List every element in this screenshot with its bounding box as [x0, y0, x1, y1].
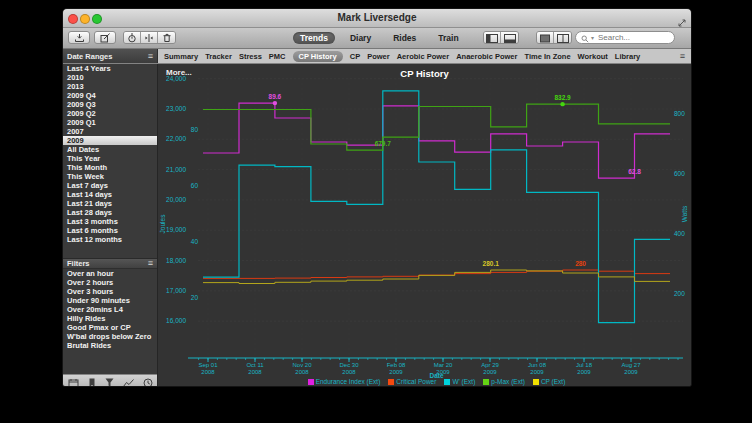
search-field[interactable]: ▾: [575, 31, 675, 44]
chart-icon[interactable]: [123, 374, 134, 387]
date-range-this-year[interactable]: This Year: [63, 154, 157, 163]
title-bar[interactable]: Mark Liversedge: [63, 9, 691, 28]
search-icon: [581, 29, 589, 47]
svg-text:22,000: 22,000: [166, 135, 186, 142]
legend-swatch: [308, 379, 314, 385]
calendar-icon[interactable]: [68, 374, 79, 387]
compose-button[interactable]: [94, 31, 116, 44]
tab-tracker[interactable]: Tracker: [205, 52, 232, 61]
nav-tab-rides[interactable]: Rides: [386, 32, 423, 44]
date-range-last-12-months[interactable]: Last 12 months: [63, 235, 157, 244]
svg-text:2008: 2008: [342, 369, 356, 375]
date-range-last-4-years[interactable]: Last 4 Years: [63, 64, 157, 73]
annotation-label: 679.7: [375, 140, 392, 147]
svg-text:Mar 20: Mar 20: [434, 362, 453, 368]
main-toolbar: TrendsDiaryRidesTrain ▾: [63, 28, 691, 49]
nav-tab-train[interactable]: Train: [431, 32, 465, 44]
date-range-last-6-months[interactable]: Last 6 months: [63, 226, 157, 235]
tab-stress[interactable]: Stress: [239, 52, 262, 61]
legend-swatch: [444, 379, 450, 385]
date-range-2009[interactable]: 2009: [63, 136, 157, 145]
date-range-2009-q3[interactable]: 2009 Q3: [63, 100, 157, 109]
filter-over-20mins-l4[interactable]: Over 20mins L4: [63, 305, 157, 314]
legend-item-endurance-index-ext: Endurance Index (Ext): [308, 378, 381, 385]
filters-menu-icon[interactable]: ≡: [148, 259, 153, 268]
dual-pane-toggle[interactable]: [554, 32, 571, 43]
bookmark-icon[interactable]: [88, 374, 96, 387]
legend-label: Endurance Index (Ext): [316, 378, 381, 385]
date-range-2009-q1[interactable]: 2009 Q1: [63, 118, 157, 127]
date-ranges-title: Date Ranges: [67, 52, 112, 61]
tab-workout[interactable]: Workout: [578, 52, 608, 61]
app-window: Mark Liversedge: [62, 8, 692, 387]
date-range-last-7-days[interactable]: Last 7 days: [63, 181, 157, 190]
tab-summary[interactable]: Summary: [164, 52, 198, 61]
tab-power[interactable]: Power: [367, 52, 390, 61]
more-link[interactable]: More...: [166, 68, 192, 77]
date-range-2009-q2[interactable]: 2009 Q2: [63, 109, 157, 118]
tool-group: [123, 31, 176, 44]
tab-cp[interactable]: CP: [350, 52, 360, 61]
download-button[interactable]: [68, 31, 90, 44]
legend-swatch: [388, 379, 394, 385]
clock-icon[interactable]: [143, 374, 153, 387]
date-range-2013[interactable]: 2013: [63, 82, 157, 91]
nav-tab-trends[interactable]: Trends: [293, 32, 335, 44]
filter-over-2-hours[interactable]: Over 2 hours: [63, 278, 157, 287]
svg-text:Jun 08: Jun 08: [528, 362, 547, 368]
filter-good-pmax-or-cp[interactable]: Good Pmax or CP: [63, 323, 157, 332]
date-range-2007[interactable]: 2007: [63, 127, 157, 136]
svg-text:23,000: 23,000: [166, 105, 186, 112]
svg-text:800: 800: [674, 110, 685, 117]
filter-brutal-rides[interactable]: Brutal Rides: [63, 341, 157, 350]
tab-cp-history[interactable]: CP History: [293, 51, 343, 62]
date-range-last-21-days[interactable]: Last 21 days: [63, 199, 157, 208]
svg-text:600: 600: [674, 170, 685, 177]
tab-anaerobic-power[interactable]: Anaerobic Power: [456, 52, 517, 61]
filter-over-an-hour[interactable]: Over an hour: [63, 269, 157, 278]
filter-hilly-rides[interactable]: Hilly Rides: [63, 314, 157, 323]
filter-w-bal-drops-below-zero[interactable]: W'bal drops below Zero: [63, 332, 157, 341]
filter-icon[interactable]: [105, 374, 114, 387]
legend-swatch: [533, 379, 539, 385]
sidebar-bottom-icon: [504, 31, 516, 44]
svg-text:17,000: 17,000: [166, 287, 186, 294]
date-range-last-28-days[interactable]: Last 28 days: [63, 208, 157, 217]
secondary-bar: Date Ranges ≡ SummaryTrackerStressPMCCP …: [63, 49, 691, 64]
search-input[interactable]: [596, 32, 669, 43]
sidebar-bottom-toggle[interactable]: [501, 32, 518, 43]
svg-text:60: 60: [191, 182, 199, 189]
single-pane-toggle[interactable]: [537, 32, 554, 43]
screen: Mark Liversedge: [0, 0, 752, 423]
chart-tabs-menu-icon[interactable]: ≡: [680, 51, 685, 61]
tab-aerobic-power[interactable]: Aerobic Power: [397, 52, 450, 61]
svg-text:18,000: 18,000: [166, 257, 186, 264]
sidebar-toggles: [483, 31, 519, 44]
date-range-this-week[interactable]: This Week: [63, 172, 157, 181]
legend-label: CP (Ext): [541, 378, 565, 385]
nav-tab-diary[interactable]: Diary: [343, 32, 378, 44]
series-w-ext: [203, 91, 670, 323]
date-range-last-14-days[interactable]: Last 14 days: [63, 190, 157, 199]
date-ranges-menu-icon[interactable]: ≡: [148, 52, 153, 61]
svg-text:2009: 2009: [530, 369, 544, 375]
tab-pmc[interactable]: PMC: [269, 52, 286, 61]
date-range-2009-q4[interactable]: 2009 Q4: [63, 91, 157, 100]
split-view-button[interactable]: [141, 32, 158, 43]
tab-library[interactable]: Library: [615, 52, 640, 61]
annotation-label: 89.6: [269, 93, 282, 100]
sidebar-left-toggle[interactable]: [484, 32, 501, 43]
date-range-last-3-months[interactable]: Last 3 months: [63, 217, 157, 226]
date-range-this-month[interactable]: This Month: [63, 163, 157, 172]
tab-time-in-zone[interactable]: Time In Zone: [524, 52, 570, 61]
chart-legend: Endurance Index (Ext)Critical PowerW' (E…: [203, 378, 670, 385]
date-range-all-dates[interactable]: All Dates: [63, 145, 157, 154]
timer-button[interactable]: [124, 32, 141, 43]
svg-text:Jul 18: Jul 18: [576, 362, 593, 368]
filter-over-3-hours[interactable]: Over 3 hours: [63, 287, 157, 296]
filter-under-90-minutes[interactable]: Under 90 minutes: [63, 296, 157, 305]
search-scope-chevron-icon[interactable]: ▾: [591, 34, 594, 41]
date-range-2010[interactable]: 2010: [63, 73, 157, 82]
cp-history-plot: 24,00023,00022,00021,00020,00019,00018,0…: [158, 64, 692, 387]
trash-button[interactable]: [158, 32, 175, 43]
